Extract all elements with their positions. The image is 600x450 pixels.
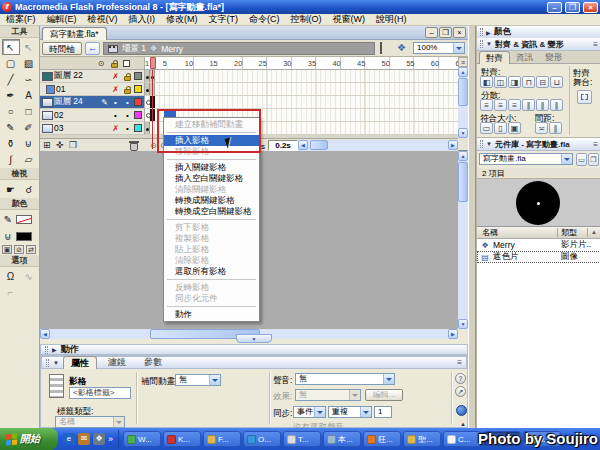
layer-frames[interactable] [145,70,458,83]
taskbar-app-button[interactable]: F... [203,431,241,447]
context-menu-item[interactable] [167,279,256,280]
panel-gripper[interactable] [480,28,483,36]
library-item-row[interactable]: ❖ Merry 影片片.. [477,239,600,251]
panel-gripper[interactable] [46,359,49,367]
menu-item[interactable]: 說明(H) [376,13,407,26]
tween-select[interactable]: 無 [175,374,221,386]
tool-button[interactable]: ⚱ [2,135,20,151]
start-button[interactable]: 開始 [0,428,58,450]
tool-option-button[interactable]: ⌐ [2,284,20,300]
properties-tab[interactable]: 屬性 [63,356,97,369]
library-document-select[interactable]: 寫字動畫.fla [479,153,573,165]
tool-button[interactable]: ↖ [20,39,38,55]
timeline-layer-row[interactable]: 圖層 24 [40,96,458,109]
doc-minimize-button[interactable]: – [425,27,438,38]
align-tab[interactable]: 變形 [539,51,568,64]
layer-name-cell[interactable]: 圖層 24 [40,96,145,109]
color-option-button[interactable]: ▣ [2,245,12,254]
tool-button[interactable]: ▱ [20,151,38,167]
edit-effect-button[interactable]: 編輯... [365,389,403,401]
add-motion-guide-button[interactable]: ✜ [56,140,64,150]
playhead[interactable] [150,57,156,69]
context-menu-item[interactable]: 反轉影格 [164,282,259,293]
repeat-select[interactable]: 重複 [328,406,372,418]
edit-symbol-button[interactable]: ❖ [397,42,406,53]
context-menu-item[interactable]: 清除關鍵影格 [164,184,259,195]
menu-item[interactable]: 編輯(E) [47,13,77,26]
distribute-button[interactable]: ∥ [536,99,549,111]
tool-button[interactable]: ✒ [2,87,20,103]
tool-button[interactable]: A [20,87,38,103]
popup-icon[interactable]: ↗ [455,386,466,397]
timeline-vertical-scrollbar[interactable]: ▲ ▼ [458,67,468,138]
panel-options-icon[interactable]: ≡ [593,140,598,149]
layer-visibility-toggle[interactable] [110,72,121,81]
fill-color-swatch[interactable] [16,232,32,241]
context-menu-item[interactable]: 剪下影格 [164,222,259,233]
context-menu-item[interactable]: 同步化元件 [164,293,259,304]
menu-item[interactable]: 文字(T) [209,13,239,26]
sound-select[interactable]: 無 [295,373,395,385]
layer-visibility-toggle[interactable] [110,98,121,107]
color-option-button[interactable]: ⊘ [14,245,24,254]
tool-button[interactable]: ▧ [20,55,38,71]
taskbar-app-button[interactable]: C... [443,431,481,447]
context-menu-item[interactable]: 轉換成空白關鍵影格 [164,206,259,217]
tool-option-button[interactable]: Ω [2,268,20,284]
panel-collapse-handle[interactable] [236,334,272,343]
timeline-layer-row[interactable]: 01 [40,83,458,96]
match-size-button[interactable]: ▣ [508,122,521,134]
layer-frames[interactable] [145,96,458,109]
expand-arrow-icon[interactable]: ▶ [52,346,57,353]
breadcrumb-scene[interactable]: 場景 1 [122,43,146,55]
context-menu-item[interactable]: 轉換成關鍵影格 [164,195,259,206]
scroll-thumb[interactable] [310,140,328,150]
context-menu-item[interactable]: 插入空白關鍵影格 [164,173,259,184]
align-button[interactable]: ◨ [508,76,521,88]
align-button[interactable]: ⊓ [522,76,535,88]
layer-name-cell[interactable]: 01 [40,83,145,96]
menu-item[interactable]: 修改(M) [166,13,198,26]
column-divider[interactable] [587,228,588,237]
onion-skin-icon[interactable]: ⊙ [150,141,157,150]
context-menu-item[interactable] [167,219,256,220]
view-tool-button[interactable]: ☌ [20,181,38,197]
distribute-button[interactable]: ≡ [480,99,493,111]
scroll-down-icon[interactable]: ▼ [458,128,468,138]
layer-lock-toggle[interactable] [122,72,133,81]
taskbar-app-button[interactable]: T... [283,431,321,447]
panel-gripper[interactable] [480,40,483,48]
view-tool-button[interactable]: ☛ [2,181,20,197]
menu-item[interactable]: 命令(C) [249,13,280,26]
layer-outline-color[interactable] [134,85,142,93]
zoom-level-select[interactable]: 100% [413,42,465,54]
align-to-stage-button[interactable] [577,90,592,104]
actions-panel-header[interactable]: ▶ 動作 [40,344,468,355]
layer-outline-color[interactable] [134,98,142,106]
layer-lock-toggle[interactable] [122,85,133,94]
layer-visibility-toggle[interactable] [110,124,121,133]
space-button[interactable]: ∥ [549,122,562,134]
stage-vertical-scrollbar[interactable]: ▲ ▼ [458,151,468,329]
align-button[interactable]: ◧ [480,76,493,88]
layer-name-cell[interactable]: 02 [40,109,145,122]
layer-name-cell[interactable]: 03 [40,122,145,135]
context-menu-item[interactable]: 清除影格 [164,255,259,266]
menu-item[interactable]: 視窗(W) [333,13,366,26]
insert-layer-folder-button[interactable]: ❐ [69,140,77,150]
panel-options-icon[interactable]: ≡ [457,358,462,367]
distribute-button[interactable]: ≡ [494,99,507,111]
context-menu-item[interactable] [167,159,256,160]
quick-launch-icon[interactable]: ✉ [78,433,90,445]
tool-button[interactable]: ∫ [2,151,20,167]
quick-launch-icon[interactable]: ❖ [93,433,105,445]
align-tab[interactable]: 資訊 [510,51,539,64]
tool-button[interactable]: ╱ [2,71,20,87]
tool-button[interactable]: ⊍ [20,135,38,151]
context-menu-item[interactable]: 複製影格 [164,233,259,244]
collapse-caret-icon[interactable]: ▲ [460,421,466,427]
library-panel-header[interactable]: ▼ 元件庫 - 寫字動畫.fla ≡ [477,138,600,151]
show-hide-all-icon[interactable]: ⊙ [96,59,106,68]
sort-order-icon[interactable]: ▲ [591,227,597,238]
scroll-left-icon[interactable]: ◀ [298,140,308,150]
